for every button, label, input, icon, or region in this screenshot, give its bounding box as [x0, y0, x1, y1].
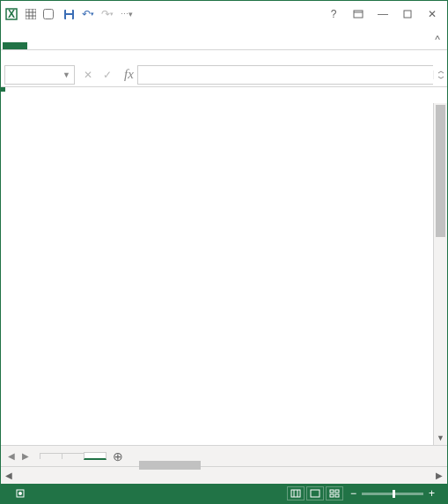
view-layout-icon[interactable]: [306, 486, 324, 500]
tab-view[interactable]: [133, 42, 151, 49]
status-bar: − +: [1, 484, 447, 503]
collapse-ribbon-icon[interactable]: ^: [428, 30, 447, 49]
sheet-tab-1[interactable]: [62, 453, 84, 459]
view-break-icon[interactable]: [326, 486, 343, 500]
view-normal-icon[interactable]: [287, 486, 305, 500]
svg-rect-10: [354, 11, 363, 18]
tab-layout[interactable]: [62, 42, 80, 49]
view-buttons: [287, 486, 343, 500]
tab-review[interactable]: [115, 42, 133, 49]
zoom-in-icon[interactable]: +: [429, 487, 435, 500]
vertical-scrollbar[interactable]: ▲ ▼: [433, 103, 447, 445]
excel-icon: X: [4, 7, 18, 21]
scroll-thumb-h[interactable]: [139, 461, 201, 470]
qat-more-icon[interactable]: ⋯▾: [120, 7, 134, 21]
grid-icon[interactable]: [24, 7, 38, 21]
undo-icon[interactable]: ↶▾: [81, 7, 95, 21]
svg-rect-18: [311, 490, 319, 497]
tab-insert[interactable]: [45, 42, 62, 49]
svg-rect-2: [26, 9, 36, 19]
zoom-out-icon[interactable]: −: [350, 487, 356, 500]
save-icon[interactable]: [62, 7, 76, 21]
tab-dev[interactable]: [151, 42, 168, 49]
sheet-nav-prev-icon[interactable]: ◀: [4, 451, 18, 461]
formula-expand-icon[interactable]: [433, 70, 447, 79]
svg-rect-8: [66, 10, 72, 13]
macro-record-icon[interactable]: [15, 488, 26, 499]
gridlines-checkbox[interactable]: [43, 9, 56, 19]
scroll-thumb-v[interactable]: [436, 105, 445, 237]
formula-input[interactable]: [137, 65, 433, 85]
scroll-down-icon[interactable]: ▼: [434, 431, 447, 445]
svg-rect-19: [330, 490, 334, 493]
formula-buttons: ✕ ✓: [75, 69, 121, 81]
quick-access-toolbar: X ↶▾ ↷▾ ⋯▾: [4, 7, 134, 21]
tab-formulas[interactable]: [80, 42, 98, 49]
tab-file[interactable]: [3, 42, 27, 49]
enter-icon: ✓: [99, 69, 115, 81]
close-icon[interactable]: ✕: [421, 5, 444, 23]
svg-rect-12: [404, 11, 411, 18]
sheet-tab-0[interactable]: [40, 453, 62, 459]
zoom-controls: − +: [350, 487, 440, 500]
fx-icon[interactable]: fx: [121, 67, 137, 82]
add-sheet-icon[interactable]: ⊕: [106, 449, 130, 463]
redo-icon[interactable]: ↷▾: [100, 7, 114, 21]
svg-text:X: X: [8, 8, 15, 20]
scroll-right-icon[interactable]: ▶: [431, 471, 447, 480]
sheet-nav-next-icon[interactable]: ▶: [18, 451, 33, 461]
window-controls: ? — ✕: [322, 5, 444, 23]
chevron-down-icon[interactable]: ▼: [62, 70, 70, 79]
selection-box: [1, 87, 4, 91]
tab-home[interactable]: [27, 42, 45, 49]
svg-rect-20: [335, 490, 339, 493]
ribbon-tabs: ^: [1, 27, 447, 50]
svg-rect-21: [330, 494, 334, 497]
svg-rect-15: [291, 490, 300, 497]
minimize-icon[interactable]: —: [371, 5, 394, 23]
zoom-slider[interactable]: [362, 493, 423, 495]
tab-data[interactable]: [98, 42, 115, 49]
scroll-left-icon[interactable]: ◀: [1, 471, 17, 480]
name-box[interactable]: ▼: [4, 65, 75, 85]
cancel-icon: ✕: [80, 69, 96, 81]
sheet-tab-2[interactable]: [84, 452, 106, 460]
svg-rect-22: [335, 494, 339, 497]
svg-rect-9: [66, 15, 72, 19]
spreadsheet-area: ▲ ▼: [1, 87, 447, 445]
formula-bar: ▼ ✕ ✓ fx: [1, 63, 447, 87]
sheet-tabs: ◀ ▶ ⊕: [1, 445, 447, 466]
h-scroll-strip: ◀ ▶: [1, 466, 447, 484]
ribbon-options-icon[interactable]: [347, 5, 370, 23]
svg-point-14: [18, 492, 22, 495]
maximize-icon[interactable]: [396, 5, 419, 23]
help-icon[interactable]: ?: [322, 5, 345, 23]
title-bar: X ↶▾ ↷▾ ⋯▾ ? — ✕: [1, 1, 447, 27]
